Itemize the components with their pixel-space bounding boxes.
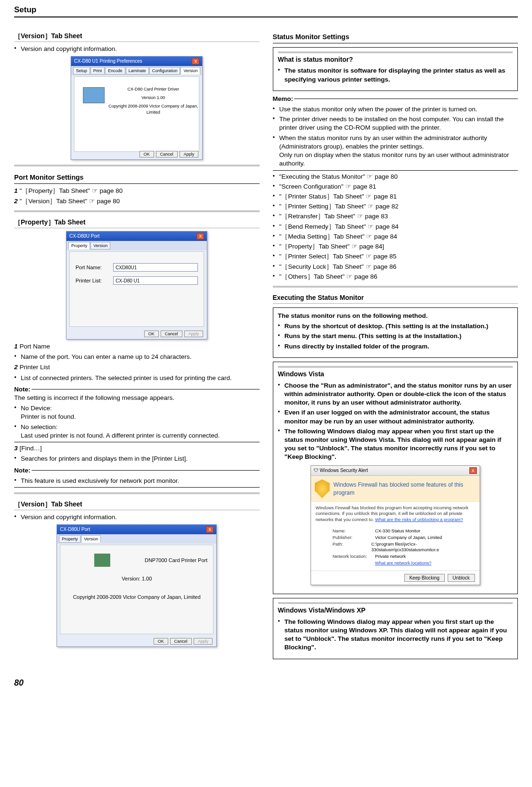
note-text: The setting is incorrect if the followin… (14, 394, 260, 402)
what-is-callout: What is status monitor? The status monit… (273, 47, 518, 91)
pm-item2-text: "［Version］Tab Sheet" ☞ page 80 (20, 198, 120, 205)
prefs-line2: Version 1.00 (107, 95, 199, 100)
apply-button[interactable]: Apply (184, 331, 204, 337)
k-pub: Publisher: (333, 535, 375, 541)
v-net: Private network (375, 554, 406, 560)
exec-lead: The status monitor runs on the following… (278, 312, 513, 320)
vistaxp-title: Windows Vista/Windows XP (278, 606, 513, 615)
version-tab-title: ［Version］Tab Sheet (14, 32, 260, 42)
left-column: ［Version］Tab Sheet Version and copyright… (14, 26, 260, 663)
pm-item1-text: "［Property］Tab Sheet" ☞ page 80 (20, 187, 123, 194)
link-bend-remedy: "［Bend Remedy］Tab Sheet" ☞ page 84 (273, 223, 518, 231)
memo-b2: The printer driver needs to be installed… (273, 115, 518, 132)
tab-version[interactable]: Version (180, 67, 200, 75)
note-b1: No Device:Printer is not found. (14, 404, 260, 421)
portver-line1: DNP7000 Card Printer Port (145, 557, 207, 564)
ok-button[interactable]: OK (139, 151, 154, 157)
k-path: Path: (333, 541, 371, 554)
tab-laminate[interactable]: Laminate (126, 67, 149, 75)
link-others: "［Others］Tab Sheet" ☞ page 86 (273, 273, 518, 281)
link-security-lock: "［Security Lock］Tab Sheet" ☞ page 86 (273, 263, 518, 271)
memo-heading: Memo: (273, 95, 294, 103)
page-header: Setup (14, 5, 518, 17)
printer-icon (83, 87, 105, 103)
port-name-label: Port Name: (75, 264, 113, 271)
prop-i2-t: Printer List (20, 364, 50, 371)
memo-b1: Use the status monitor only when the pow… (273, 105, 518, 114)
apply-button[interactable]: Apply (180, 151, 199, 157)
close-icon[interactable]: X (196, 233, 204, 240)
status-settings-title: Status Monitor Settings (273, 33, 518, 43)
security-alert-screenshot: 🛡 Windows Security Alert X Windows Firew… (311, 465, 480, 585)
v-pub: Victor Company of Japan, Limited (375, 535, 442, 541)
printer-list-input[interactable]: CX-D80 U1 (113, 276, 198, 285)
note2-heading: Note: (14, 466, 31, 475)
prop-i3-n: 3 (14, 445, 18, 452)
link-printer-setting: "［Printer Setting］Tab Sheet" ☞ page 82 (273, 202, 518, 211)
cancel-button[interactable]: Cancel (156, 151, 178, 157)
prop-i2-b: List of connected printers. The selected… (14, 374, 260, 382)
portver-line2: Version: 1.00 (66, 575, 207, 582)
keep-blocking-button[interactable]: Keep Blocking (404, 574, 445, 582)
prefs-line3: Copyright 2008-2009 Victor Company of Ja… (107, 103, 199, 115)
cancel-button[interactable]: Cancel (161, 331, 182, 337)
link-media-setting: "［Media Setting］Tab Sheet" ☞ page 84 (273, 232, 518, 241)
vista-b3: The following Windows dialog may appear … (278, 427, 513, 462)
prop-i3-b: Searches for printers and displays them … (14, 455, 260, 463)
tab-configuration[interactable]: Configuration (149, 67, 180, 75)
exec-title: Executing the Status Monitor (273, 293, 518, 304)
close-icon[interactable]: X (192, 58, 199, 65)
vista-b1: Choose the "Run as administrator", and t… (278, 381, 513, 407)
vista-title: Windows Vista (278, 370, 513, 379)
tab-version[interactable]: Version (81, 535, 101, 543)
tab-setup[interactable]: Setup (73, 67, 90, 75)
port-window-title: CX-D80U Port (60, 526, 90, 533)
ok-button[interactable]: OK (144, 331, 159, 337)
cancel-button[interactable]: Cancel (170, 638, 192, 645)
apply-button[interactable]: Apply (194, 638, 213, 645)
version-tab-bullet: Version and copyright information. (14, 45, 260, 53)
net-loc-link[interactable]: What are network locations? (375, 560, 432, 566)
exec-b1: Runs by the shortcut of desktop. (This s… (278, 322, 513, 331)
prefs-line1: CX-D80 Card Printer Driver (107, 86, 199, 92)
tab-encode[interactable]: Encode (105, 67, 125, 75)
exec-callout: The status monitor runs on the following… (273, 307, 518, 358)
close-icon[interactable]: X (206, 526, 213, 533)
unblock-button[interactable]: Unblock (448, 574, 475, 582)
note-b2: No selection:Last used printer is not fo… (14, 423, 260, 440)
link-property: "［Property］Tab Sheet" ☞ page 84] (273, 242, 518, 251)
pm-item2-num: 2 (14, 198, 18, 205)
port-name-input[interactable]: CXD80U1 (113, 263, 198, 272)
link-printer-select: "［Printer Select］Tab Sheet" ☞ page 85 (273, 252, 518, 261)
tab-property[interactable]: Property (68, 242, 90, 249)
what-is-title: What is status monitor? (278, 55, 513, 64)
version-tab2-bullet: Version and copyright information. (14, 513, 260, 522)
port-property-screenshot: CX-D80U Port X Property Version Port Nam… (66, 231, 207, 340)
exec-b3: Runs directly by installed folder of the… (278, 342, 513, 351)
v-path: C:\program files\jvc\cx-330statusm\jcx33… (371, 541, 475, 554)
port-window-title: CX-D80U Port (69, 233, 99, 240)
prefs-window-title: CX-D80 U1 Printing Preferences (74, 58, 142, 65)
vistaxp-b1: The following Windows dialog may appear … (278, 618, 513, 652)
note2-b: This feature is used exclusively for net… (14, 477, 260, 485)
v-name: CX-330 Status Monitor (375, 528, 420, 534)
portver-line3: Copyright 2008-2009 Victor Company of Ja… (66, 594, 207, 601)
shield-icon (315, 480, 330, 498)
k-name: Name: (333, 528, 375, 534)
link-retransfer: "［Retransfer］Tab Sheet" ☞ page 83 (273, 212, 518, 221)
link-screen: "Screen Configuration" ☞ page 81 (273, 182, 518, 191)
pm-item1-num: 1 (14, 187, 18, 194)
right-column: Status Monitor Settings What is status m… (273, 26, 518, 663)
alert-risk-link[interactable]: What are the risks of unblocking a progr… (375, 517, 463, 522)
exec-b2: Runs by the start menu. (This setting is… (278, 332, 513, 340)
ok-button[interactable]: OK (154, 638, 168, 645)
tab-print[interactable]: Print (90, 67, 105, 75)
prop-i1-n: 1 (14, 343, 18, 350)
printing-prefs-screenshot: CX-D80 U1 Printing Preferences X Setup P… (71, 56, 203, 160)
prop-i1-b: Name of the port. You can enter a name u… (14, 353, 260, 361)
tab-version[interactable]: Version (90, 242, 110, 249)
close-icon[interactable]: X (469, 467, 477, 474)
property-tab-title: ［Property］Tab Sheet (14, 218, 260, 228)
prop-i3-t: [Find…] (20, 445, 42, 452)
tab-property[interactable]: Property (59, 535, 81, 543)
